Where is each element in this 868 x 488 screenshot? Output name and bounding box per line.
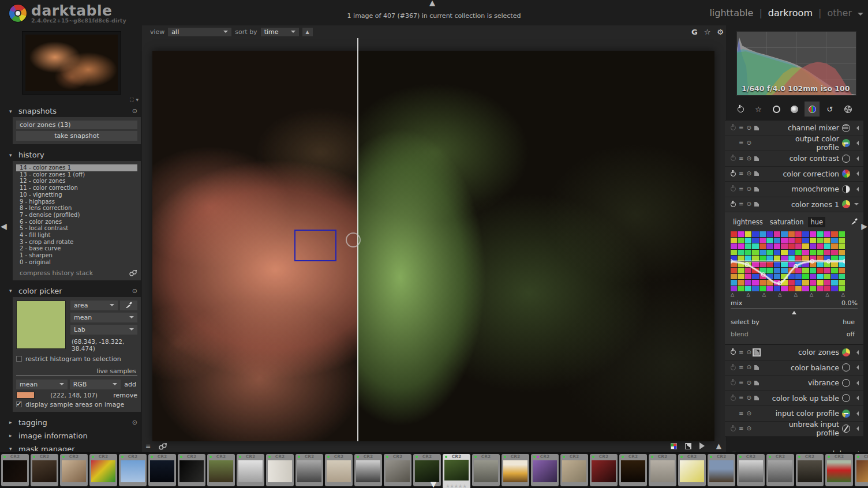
restrict-histogram-checkbox[interactable] xyxy=(16,356,22,362)
view-filter-dropdown[interactable]: all xyxy=(168,28,231,36)
module-instances-icon[interactable] xyxy=(754,381,759,385)
module-expand-caret-icon[interactable] xyxy=(854,171,859,176)
active-modules-group-icon[interactable] xyxy=(733,102,748,117)
module-reset-icon[interactable]: ⊙ xyxy=(746,171,751,177)
node-marker-icon[interactable]: △ xyxy=(841,292,845,297)
filmstrip-thumb-candle-lights[interactable]: CR2 xyxy=(619,454,647,486)
module-presets-icon[interactable]: ≡ xyxy=(739,201,743,207)
module-reset-icon[interactable]: ⊙ xyxy=(746,426,751,431)
module-expand-caret-icon[interactable] xyxy=(854,156,859,161)
module-presets-icon[interactable]: ≡ xyxy=(739,125,743,131)
color-picker-presets-icon[interactable]: ⊙ xyxy=(132,287,137,295)
softproof-icon[interactable] xyxy=(685,443,691,449)
filmstrip-thumb-sink[interactable]: CR2 xyxy=(237,454,264,486)
effects-group-icon[interactable] xyxy=(840,102,855,117)
module-reset-icon[interactable]: ⊙ xyxy=(746,140,751,146)
module-instances-icon[interactable] xyxy=(754,396,759,400)
module-color-zones[interactable]: ≡⊙color zones xyxy=(725,345,863,361)
module-expand-caret-icon[interactable] xyxy=(854,365,859,370)
history-item[interactable]: 8 - lens correction xyxy=(16,205,137,212)
module-power-icon[interactable] xyxy=(731,202,736,207)
filmstrip-thumb-yellow-leaves[interactable]: CR2 xyxy=(678,454,706,486)
filmstrip-thumb-purple-hair[interactable]: CR2 xyxy=(531,454,559,486)
filmstrip-thumb-hand-egg[interactable]: CR2 xyxy=(472,454,500,486)
filmstrip-thumb-seedlings[interactable]: CR2 xyxy=(207,454,235,486)
module-color-zones-1[interactable]: ≡⊙color zones 1 xyxy=(725,197,863,213)
basic-group-icon[interactable] xyxy=(769,102,784,117)
color-zones-curve[interactable] xyxy=(731,231,845,291)
live-sample-row[interactable]: (222, 148, 107) remove xyxy=(16,392,137,399)
module-presets-icon[interactable]: ≡ xyxy=(739,411,743,416)
module-expand-caret-icon[interactable] xyxy=(854,203,859,208)
mask-point-indicator[interactable] xyxy=(346,232,361,247)
tagging-presets-icon[interactable]: ⊙ xyxy=(132,419,137,426)
remove-sample-button[interactable]: remove xyxy=(113,392,137,399)
more-modules-row[interactable]: ≡ more modules xyxy=(725,446,863,452)
mix-slider-knob[interactable] xyxy=(792,309,796,314)
color-group-icon[interactable] xyxy=(805,102,820,117)
view-tab-other[interactable]: other xyxy=(827,7,852,18)
take-snapshot-button[interactable]: take snapshot xyxy=(16,131,137,141)
module-instances-icon[interactable] xyxy=(754,126,759,130)
image-information-header[interactable]: ▸ image information xyxy=(7,429,142,442)
node-marker-icon[interactable]: △ xyxy=(825,292,829,297)
module-reset-icon[interactable]: ⊙ xyxy=(746,350,751,355)
module-presets-icon[interactable]: ≡ xyxy=(739,365,743,370)
module-expand-caret-icon[interactable] xyxy=(854,141,859,145)
module-instances-icon[interactable] xyxy=(754,187,759,192)
history-item[interactable]: 13 - color zones 1 (off) xyxy=(16,171,137,178)
filmstrip-thumb-dog[interactable]: CR2 xyxy=(708,454,735,486)
module-presets-icon[interactable]: ≡ xyxy=(739,156,743,162)
thumb-star-rating[interactable]: ☆☆☆☆☆ xyxy=(443,484,470,488)
module-instances-icon[interactable] xyxy=(754,171,759,176)
module-instances-icon[interactable] xyxy=(754,156,759,161)
module-expand-caret-icon[interactable] xyxy=(854,350,859,355)
module-color-contrast[interactable]: ≡⊙color contrast xyxy=(725,151,863,167)
filmstrip-thumb-red-blur[interactable]: CR2 xyxy=(590,454,618,486)
picker-mode-dropdown[interactable]: area xyxy=(70,301,118,310)
module-instances-icon[interactable] xyxy=(754,350,759,355)
history-item[interactable]: 1 - sharpen xyxy=(16,252,137,259)
module-output-color-profile[interactable]: ≡⊙output color profile xyxy=(725,136,863,152)
module-channel-mixer[interactable]: ≡⊙channel mixer xyxy=(725,121,863,136)
filmstrip-thumb-cracked-wall[interactable]: CR2 xyxy=(266,454,294,486)
filmstrip-thumb-stone-window[interactable]: CR2 xyxy=(737,454,765,486)
correction-group-icon[interactable]: ↺ xyxy=(822,102,837,117)
history-item[interactable]: 2 - base curve xyxy=(16,245,137,252)
history-item[interactable]: 7 - denoise (profiled) xyxy=(16,212,137,219)
filmstrip-thumb-dark-frame[interactable]: CR2 xyxy=(1,454,29,486)
module-vibrance[interactable]: ≡⊙vibrance xyxy=(725,376,863,391)
color-zones-tab-lightness[interactable]: lightness xyxy=(731,217,765,227)
module-power-icon[interactable] xyxy=(731,350,736,355)
filmstrip-thumb-animal-eye[interactable]: CR2 xyxy=(60,454,88,486)
module-power-icon[interactable] xyxy=(731,380,736,385)
module-expand-caret-icon[interactable] xyxy=(854,411,859,416)
module-color-balance[interactable]: ≡⊙color balance xyxy=(725,361,863,376)
picker-space-dropdown[interactable]: Lab xyxy=(70,325,137,335)
module-expand-caret-icon[interactable] xyxy=(854,426,859,431)
module-power-icon[interactable] xyxy=(731,156,736,161)
module-expand-caret-icon[interactable] xyxy=(854,381,859,385)
module-expand-caret-icon[interactable] xyxy=(854,126,859,130)
eyedropper-button[interactable] xyxy=(120,301,137,310)
filmstrip-thumb-color-rings[interactable]: CR2 xyxy=(89,454,117,486)
compress-history-label[interactable]: compress history stack xyxy=(20,269,93,277)
grouping-icon[interactable]: G xyxy=(691,28,698,36)
module-presets-icon[interactable]: ≡ xyxy=(739,395,743,401)
filmstrip-thumb-lantern[interactable]: CR2 xyxy=(855,454,868,486)
filmstrip-thumb-sky-branch[interactable]: CR2 xyxy=(119,454,147,486)
filmstrip-thumb-gravel[interactable]: CR2 xyxy=(325,454,353,486)
module-monochrome[interactable]: ≡⊙monochrome xyxy=(725,182,863,197)
zoom-level-caret-icon[interactable]: ▾ xyxy=(136,97,139,103)
module-reset-icon[interactable]: ⊙ xyxy=(746,365,751,370)
select-by-dropdown[interactable]: hue xyxy=(843,318,858,326)
overexposure-icon[interactable] xyxy=(699,442,708,449)
history-item[interactable]: 4 - fill light xyxy=(16,232,137,239)
module-instances-icon[interactable] xyxy=(754,202,759,207)
history-item[interactable]: 5 - local contrast xyxy=(16,225,137,232)
filmstrip-thumb-boar[interactable]: CR2 xyxy=(31,454,58,486)
module-reset-icon[interactable]: ⊙ xyxy=(746,186,751,192)
darkroom-canvas[interactable]: ≡ ▲ xyxy=(142,38,726,452)
filmstrip-thumb-dark-stones[interactable]: CR2 xyxy=(796,454,824,486)
sample-stat-dropdown[interactable]: mean xyxy=(16,380,68,389)
